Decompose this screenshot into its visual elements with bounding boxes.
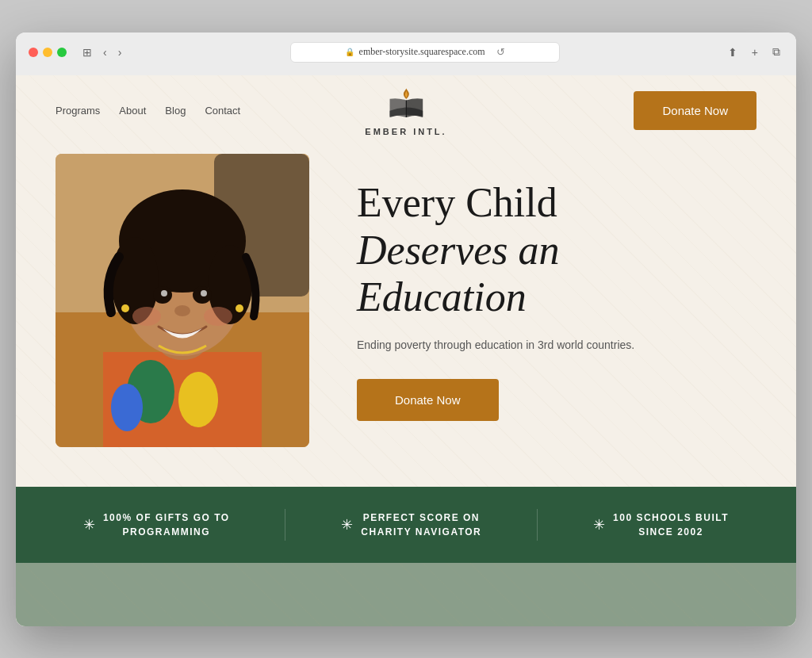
minimize-traffic-light[interactable] — [43, 48, 52, 57]
hero-title-line3: Education — [357, 274, 527, 319]
site-header: Programs About Blog Contact — [16, 75, 796, 146]
stat-text-1: 100% OF GIFTS GO TOPROGRAMMING — [103, 511, 230, 539]
address-bar[interactable]: 🔒 ember-storysite.squarespace.com ↺ — [290, 42, 560, 63]
stat-text-2: PERFECT SCORE ONCHARITY NAVIGATOR — [361, 511, 481, 539]
forward-button[interactable]: › — [115, 44, 125, 60]
new-tab-button[interactable]: + — [749, 44, 761, 60]
browser-nav-controls: ⊞ ‹ › — [79, 44, 124, 60]
hero-section: Every Child Deserves an Education Ending… — [16, 146, 796, 487]
hero-title-line1: Every Child — [357, 180, 557, 225]
hero-title: Every Child Deserves an Education — [357, 179, 756, 321]
hero-subtitle: Ending poverty through education in 3rd … — [357, 337, 756, 354]
lock-icon: 🔒 — [345, 48, 354, 56]
svg-point-19 — [204, 307, 232, 326]
tabs-button[interactable]: ⧉ — [769, 44, 783, 60]
stat-divider-2 — [537, 509, 538, 541]
stats-bar: ✳ 100% OF GIFTS GO TOPROGRAMMING ✳ PERFE… — [16, 487, 796, 563]
stat-item-schools: ✳ 100 SCHOOLS BUILTSINCE 2002 — [593, 511, 729, 539]
browser-window: ⊞ ‹ › 🔒 ember-storysite.squarespace.com … — [16, 33, 796, 626]
close-traffic-light[interactable] — [29, 48, 38, 57]
header-donate-button[interactable]: Donate Now — [634, 91, 756, 130]
traffic-lights — [29, 48, 67, 57]
sidebar-toggle-button[interactable]: ⊞ — [79, 44, 95, 60]
browser-top-bar: ⊞ ‹ › 🔒 ember-storysite.squarespace.com … — [29, 42, 783, 63]
logo: EMBER INTL. — [365, 84, 446, 136]
reload-icon[interactable]: ↺ — [496, 46, 505, 59]
nav-programs[interactable]: Programs — [56, 105, 100, 117]
stat-item-gifts: ✳ 100% OF GIFTS GO TOPROGRAMMING — [83, 511, 230, 539]
browser-tabs — [29, 69, 783, 75]
browser-chrome: ⊞ ‹ › 🔒 ember-storysite.squarespace.com … — [16, 33, 796, 75]
logo-icon — [386, 84, 426, 124]
address-bar-wrap: 🔒 ember-storysite.squarespace.com ↺ — [134, 42, 714, 63]
svg-point-6 — [178, 372, 218, 427]
back-button[interactable]: ‹ — [100, 44, 110, 60]
svg-point-7 — [111, 384, 143, 431]
browser-action-buttons: ⬆ + ⧉ — [725, 44, 783, 60]
stat-icon-3: ✳ — [593, 516, 605, 534]
svg-point-18 — [132, 307, 161, 326]
nav-about[interactable]: About — [119, 105, 146, 117]
main-nav: Programs About Blog Contact — [56, 105, 240, 117]
nav-contact[interactable]: Contact — [205, 105, 240, 117]
stat-item-charity: ✳ PERFECT SCORE ONCHARITY NAVIGATOR — [341, 511, 481, 539]
hero-title-line2: Deserves an — [357, 228, 560, 273]
nav-blog[interactable]: Blog — [165, 105, 186, 117]
svg-point-16 — [201, 290, 207, 296]
footer-teaser — [16, 563, 796, 626]
hero-content: Every Child Deserves an Education Ending… — [357, 179, 756, 421]
stat-text-3: 100 SCHOOLS BUILTSINCE 2002 — [613, 511, 729, 539]
stat-icon-2: ✳ — [341, 516, 353, 534]
child-photo — [56, 154, 309, 447]
maximize-traffic-light[interactable] — [57, 48, 67, 57]
svg-point-17 — [174, 305, 190, 316]
hero-image — [56, 154, 309, 447]
stat-icon-1: ✳ — [83, 516, 95, 534]
website-content: Programs About Blog Contact — [16, 75, 796, 626]
svg-point-20 — [121, 304, 129, 312]
svg-point-15 — [161, 290, 167, 296]
share-button[interactable]: ⬆ — [725, 44, 741, 60]
svg-point-21 — [236, 304, 243, 312]
logo-name: EMBER INTL. — [365, 127, 446, 136]
hero-donate-button[interactable]: Donate Now — [357, 379, 499, 421]
stat-divider-1 — [285, 509, 285, 541]
url-text: ember-storysite.squarespace.com — [359, 46, 485, 58]
